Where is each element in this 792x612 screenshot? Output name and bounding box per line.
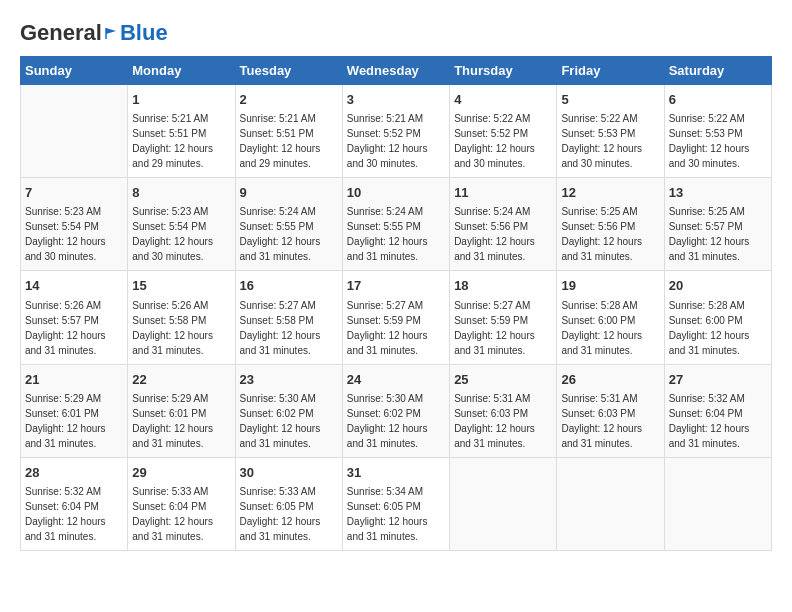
- calendar-cell: [21, 85, 128, 178]
- day-info: Sunrise: 5:33 AM Sunset: 6:05 PM Dayligh…: [240, 484, 338, 544]
- weekday-header-sunday: Sunday: [21, 57, 128, 85]
- day-info: Sunrise: 5:23 AM Sunset: 5:54 PM Dayligh…: [132, 204, 230, 264]
- calendar-cell: 15Sunrise: 5:26 AM Sunset: 5:58 PM Dayli…: [128, 271, 235, 364]
- day-info: Sunrise: 5:22 AM Sunset: 5:52 PM Dayligh…: [454, 111, 552, 171]
- day-number: 9: [240, 184, 338, 202]
- weekday-header-thursday: Thursday: [450, 57, 557, 85]
- day-number: 10: [347, 184, 445, 202]
- day-info: Sunrise: 5:27 AM Sunset: 5:59 PM Dayligh…: [454, 298, 552, 358]
- calendar-cell: 26Sunrise: 5:31 AM Sunset: 6:03 PM Dayli…: [557, 364, 664, 457]
- day-number: 24: [347, 371, 445, 389]
- week-row-2: 7Sunrise: 5:23 AM Sunset: 5:54 PM Daylig…: [21, 178, 772, 271]
- day-number: 2: [240, 91, 338, 109]
- day-info: Sunrise: 5:22 AM Sunset: 5:53 PM Dayligh…: [561, 111, 659, 171]
- day-info: Sunrise: 5:29 AM Sunset: 6:01 PM Dayligh…: [132, 391, 230, 451]
- calendar-cell: 19Sunrise: 5:28 AM Sunset: 6:00 PM Dayli…: [557, 271, 664, 364]
- day-number: 4: [454, 91, 552, 109]
- day-number: 15: [132, 277, 230, 295]
- calendar-cell: 9Sunrise: 5:24 AM Sunset: 5:55 PM Daylig…: [235, 178, 342, 271]
- weekday-header-row: SundayMondayTuesdayWednesdayThursdayFrid…: [21, 57, 772, 85]
- day-number: 13: [669, 184, 767, 202]
- day-number: 16: [240, 277, 338, 295]
- day-number: 22: [132, 371, 230, 389]
- day-number: 6: [669, 91, 767, 109]
- day-info: Sunrise: 5:32 AM Sunset: 6:04 PM Dayligh…: [25, 484, 123, 544]
- calendar-cell: 5Sunrise: 5:22 AM Sunset: 5:53 PM Daylig…: [557, 85, 664, 178]
- day-info: Sunrise: 5:24 AM Sunset: 5:55 PM Dayligh…: [347, 204, 445, 264]
- day-info: Sunrise: 5:30 AM Sunset: 6:02 PM Dayligh…: [240, 391, 338, 451]
- day-number: 21: [25, 371, 123, 389]
- calendar-cell: 2Sunrise: 5:21 AM Sunset: 5:51 PM Daylig…: [235, 85, 342, 178]
- calendar-cell: 18Sunrise: 5:27 AM Sunset: 5:59 PM Dayli…: [450, 271, 557, 364]
- logo-blue: Blue: [120, 20, 168, 46]
- svg-marker-0: [106, 28, 116, 34]
- day-info: Sunrise: 5:32 AM Sunset: 6:04 PM Dayligh…: [669, 391, 767, 451]
- calendar-cell: 29Sunrise: 5:33 AM Sunset: 6:04 PM Dayli…: [128, 457, 235, 550]
- day-info: Sunrise: 5:30 AM Sunset: 6:02 PM Dayligh…: [347, 391, 445, 451]
- calendar-cell: 12Sunrise: 5:25 AM Sunset: 5:56 PM Dayli…: [557, 178, 664, 271]
- day-info: Sunrise: 5:27 AM Sunset: 5:58 PM Dayligh…: [240, 298, 338, 358]
- day-info: Sunrise: 5:29 AM Sunset: 6:01 PM Dayligh…: [25, 391, 123, 451]
- day-info: Sunrise: 5:25 AM Sunset: 5:57 PM Dayligh…: [669, 204, 767, 264]
- calendar-cell: 13Sunrise: 5:25 AM Sunset: 5:57 PM Dayli…: [664, 178, 771, 271]
- day-info: Sunrise: 5:21 AM Sunset: 5:51 PM Dayligh…: [240, 111, 338, 171]
- day-number: 27: [669, 371, 767, 389]
- calendar-cell: 1Sunrise: 5:21 AM Sunset: 5:51 PM Daylig…: [128, 85, 235, 178]
- calendar-cell: 27Sunrise: 5:32 AM Sunset: 6:04 PM Dayli…: [664, 364, 771, 457]
- logo-flag-icon: [104, 26, 118, 40]
- day-number: 31: [347, 464, 445, 482]
- day-info: Sunrise: 5:21 AM Sunset: 5:52 PM Dayligh…: [347, 111, 445, 171]
- day-number: 12: [561, 184, 659, 202]
- day-info: Sunrise: 5:24 AM Sunset: 5:55 PM Dayligh…: [240, 204, 338, 264]
- page-header: General Blue: [20, 20, 772, 46]
- day-number: 3: [347, 91, 445, 109]
- calendar-table: SundayMondayTuesdayWednesdayThursdayFrid…: [20, 56, 772, 551]
- day-info: Sunrise: 5:26 AM Sunset: 5:57 PM Dayligh…: [25, 298, 123, 358]
- calendar-cell: 30Sunrise: 5:33 AM Sunset: 6:05 PM Dayli…: [235, 457, 342, 550]
- calendar-cell: [557, 457, 664, 550]
- day-number: 25: [454, 371, 552, 389]
- day-info: Sunrise: 5:34 AM Sunset: 6:05 PM Dayligh…: [347, 484, 445, 544]
- calendar-cell: [450, 457, 557, 550]
- day-number: 23: [240, 371, 338, 389]
- day-info: Sunrise: 5:26 AM Sunset: 5:58 PM Dayligh…: [132, 298, 230, 358]
- calendar-cell: 11Sunrise: 5:24 AM Sunset: 5:56 PM Dayli…: [450, 178, 557, 271]
- day-number: 17: [347, 277, 445, 295]
- logo-general: General: [20, 20, 102, 46]
- day-info: Sunrise: 5:28 AM Sunset: 6:00 PM Dayligh…: [669, 298, 767, 358]
- day-info: Sunrise: 5:33 AM Sunset: 6:04 PM Dayligh…: [132, 484, 230, 544]
- day-info: Sunrise: 5:28 AM Sunset: 6:00 PM Dayligh…: [561, 298, 659, 358]
- weekday-header-wednesday: Wednesday: [342, 57, 449, 85]
- weekday-header-tuesday: Tuesday: [235, 57, 342, 85]
- day-number: 1: [132, 91, 230, 109]
- calendar-cell: 7Sunrise: 5:23 AM Sunset: 5:54 PM Daylig…: [21, 178, 128, 271]
- weekday-header-monday: Monday: [128, 57, 235, 85]
- calendar-cell: 10Sunrise: 5:24 AM Sunset: 5:55 PM Dayli…: [342, 178, 449, 271]
- week-row-4: 21Sunrise: 5:29 AM Sunset: 6:01 PM Dayli…: [21, 364, 772, 457]
- calendar-cell: 16Sunrise: 5:27 AM Sunset: 5:58 PM Dayli…: [235, 271, 342, 364]
- calendar-cell: 14Sunrise: 5:26 AM Sunset: 5:57 PM Dayli…: [21, 271, 128, 364]
- logo: General Blue: [20, 20, 168, 46]
- weekday-header-saturday: Saturday: [664, 57, 771, 85]
- calendar-cell: 3Sunrise: 5:21 AM Sunset: 5:52 PM Daylig…: [342, 85, 449, 178]
- week-row-5: 28Sunrise: 5:32 AM Sunset: 6:04 PM Dayli…: [21, 457, 772, 550]
- day-number: 30: [240, 464, 338, 482]
- day-number: 14: [25, 277, 123, 295]
- calendar-cell: 8Sunrise: 5:23 AM Sunset: 5:54 PM Daylig…: [128, 178, 235, 271]
- calendar-cell: 31Sunrise: 5:34 AM Sunset: 6:05 PM Dayli…: [342, 457, 449, 550]
- calendar-cell: 4Sunrise: 5:22 AM Sunset: 5:52 PM Daylig…: [450, 85, 557, 178]
- day-number: 18: [454, 277, 552, 295]
- weekday-header-friday: Friday: [557, 57, 664, 85]
- day-number: 19: [561, 277, 659, 295]
- day-number: 5: [561, 91, 659, 109]
- day-info: Sunrise: 5:31 AM Sunset: 6:03 PM Dayligh…: [561, 391, 659, 451]
- week-row-1: 1Sunrise: 5:21 AM Sunset: 5:51 PM Daylig…: [21, 85, 772, 178]
- day-number: 8: [132, 184, 230, 202]
- day-info: Sunrise: 5:22 AM Sunset: 5:53 PM Dayligh…: [669, 111, 767, 171]
- day-number: 20: [669, 277, 767, 295]
- calendar-cell: 21Sunrise: 5:29 AM Sunset: 6:01 PM Dayli…: [21, 364, 128, 457]
- calendar-cell: 22Sunrise: 5:29 AM Sunset: 6:01 PM Dayli…: [128, 364, 235, 457]
- day-info: Sunrise: 5:21 AM Sunset: 5:51 PM Dayligh…: [132, 111, 230, 171]
- day-info: Sunrise: 5:27 AM Sunset: 5:59 PM Dayligh…: [347, 298, 445, 358]
- day-info: Sunrise: 5:23 AM Sunset: 5:54 PM Dayligh…: [25, 204, 123, 264]
